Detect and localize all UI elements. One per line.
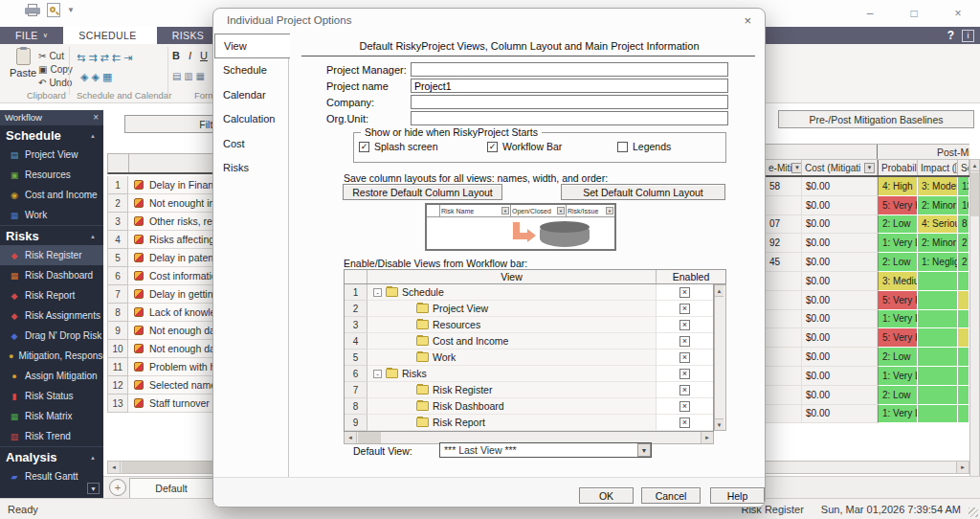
dialog-nav-item[interactable]: Schedule bbox=[214, 58, 289, 83]
copy-button[interactable]: ▣ Copy bbox=[38, 64, 73, 75]
cost-mitigation-cell[interactable]: $0.00 bbox=[802, 234, 878, 253]
format-list-icons[interactable]: ▤ ▥ ▦ bbox=[172, 71, 205, 81]
column-header-cost-mitigation[interactable]: Cost (Mitigati bbox=[802, 160, 878, 175]
cost-mitigation-cell[interactable]: $0.00 bbox=[802, 177, 878, 196]
view-tree-cell[interactable]: - Project View bbox=[368, 301, 657, 317]
help-icon[interactable]: ? bbox=[947, 29, 954, 42]
view-row[interactable]: 7 - Risk Register bbox=[345, 382, 713, 398]
row-number[interactable]: 5 bbox=[107, 249, 128, 267]
impact-cell[interactable] bbox=[918, 386, 958, 405]
resize-grip[interactable] bbox=[969, 508, 978, 517]
sidebar-item[interactable]: ▥ Risk Trend bbox=[0, 426, 103, 446]
filter-dropdown-icon[interactable] bbox=[864, 163, 875, 173]
premitigation-cell[interactable]: 45 bbox=[766, 253, 802, 272]
view-row[interactable]: 8 - Risk Dashboard bbox=[345, 398, 713, 415]
field-input[interactable] bbox=[411, 79, 728, 93]
premitigation-cell[interactable]: 92 bbox=[766, 234, 802, 253]
checked-box-icon[interactable] bbox=[679, 287, 690, 298]
dialog-nav-item[interactable]: Calendar bbox=[214, 82, 289, 107]
view-row[interactable]: 3 - Resources bbox=[345, 317, 713, 333]
default-view-select[interactable]: *** Last View *** bbox=[439, 442, 652, 458]
probability-cell[interactable]: 2: Low bbox=[878, 253, 918, 272]
checked-box-icon[interactable] bbox=[679, 320, 690, 330]
row-number[interactable]: 11 bbox=[107, 358, 128, 376]
row-number[interactable]: 8 bbox=[107, 304, 128, 322]
enabled-cell[interactable] bbox=[657, 317, 713, 333]
scroll-right-icon[interactable]: ► bbox=[956, 462, 969, 473]
row-number[interactable]: 13 bbox=[107, 395, 128, 413]
table-row[interactable]: $0.00 5: Very High bbox=[766, 291, 969, 310]
checkbox[interactable] bbox=[617, 142, 628, 152]
score-cell[interactable] bbox=[958, 328, 969, 348]
table-row[interactable]: 07 $0.00 2: Low 4: Serious 8 bbox=[766, 215, 969, 235]
cost-mitigation-cell[interactable]: $0.00 bbox=[802, 310, 878, 329]
checkbox[interactable] bbox=[487, 142, 498, 152]
enabled-cell[interactable] bbox=[657, 415, 713, 431]
add-tab-button[interactable]: + bbox=[109, 479, 126, 496]
sidebar-item[interactable]: ◆ Risk Register bbox=[0, 245, 103, 265]
score-cell[interactable]: 2 bbox=[958, 253, 969, 272]
cost-mitigation-cell[interactable]: $0.00 bbox=[802, 386, 878, 405]
probability-cell[interactable]: 5: Very High bbox=[878, 328, 918, 348]
close-panel-icon[interactable]: × bbox=[93, 112, 99, 123]
premitigation-cell[interactable] bbox=[766, 386, 802, 405]
impact-cell[interactable] bbox=[918, 310, 958, 329]
enabled-cell[interactable] bbox=[657, 366, 713, 382]
sidebar-item[interactable]: ▦ Work bbox=[0, 205, 103, 225]
impact-cell[interactable]: 1: Negligible bbox=[918, 253, 958, 272]
view-tree-cell[interactable]: - Schedule bbox=[368, 284, 657, 301]
cost-mitigation-cell[interactable]: $0.00 bbox=[802, 328, 878, 348]
view-row[interactable]: 2 - Project View bbox=[345, 301, 713, 317]
cost-mitigation-cell[interactable]: $0.00 bbox=[802, 348, 878, 367]
prepost-mitigation-baselines-button[interactable]: Pre-/Post Mitigation Baselines bbox=[778, 110, 974, 128]
checkbox[interactable] bbox=[359, 142, 369, 152]
schedule-link-icons[interactable]: ⇆ ⇉ ⇄ ⇇ ⇥ bbox=[77, 52, 132, 64]
table-row[interactable]: $0.00 2: Low bbox=[766, 348, 969, 367]
cost-mitigation-cell[interactable]: $0.00 bbox=[802, 291, 878, 310]
probability-cell[interactable]: 1: Very Low bbox=[878, 367, 918, 386]
checkbox-option[interactable]: Legends bbox=[617, 141, 671, 152]
score-cell[interactable]: 12 bbox=[958, 177, 969, 196]
impact-cell[interactable] bbox=[918, 405, 958, 424]
premitigation-cell[interactable]: 58 bbox=[766, 177, 802, 196]
score-cell[interactable] bbox=[958, 367, 969, 386]
views-vertical-scrollbar[interactable]: ▲ ▼ bbox=[714, 284, 726, 431]
quick-access-dropdown-icon[interactable]: ▼ bbox=[67, 6, 75, 14]
row-number[interactable]: 12 bbox=[107, 376, 128, 395]
table-row[interactable]: 92 $0.00 1: Very Low 2: Minor 2 bbox=[766, 234, 969, 253]
score-cell[interactable] bbox=[958, 386, 969, 405]
premitigation-cell[interactable] bbox=[766, 348, 802, 367]
row-number[interactable]: 7 bbox=[107, 285, 128, 304]
probability-cell[interactable]: 5: Very High bbox=[878, 196, 918, 215]
impact-cell[interactable]: 3: Moderate bbox=[918, 177, 958, 196]
sidebar-expand-icon[interactable]: ▼ bbox=[87, 483, 100, 494]
scrollbar-thumb[interactable] bbox=[970, 172, 979, 216]
impact-cell[interactable]: 2: Minor bbox=[918, 196, 958, 215]
sidebar-item[interactable]: ▦ Risk Matrix bbox=[0, 406, 103, 426]
probability-cell[interactable]: 2: Low bbox=[878, 348, 918, 367]
set-default-column-layout-button[interactable]: Set Default Column Layout bbox=[561, 184, 725, 200]
score-cell[interactable]: 10 bbox=[958, 196, 969, 215]
print-preview-icon[interactable] bbox=[47, 3, 60, 17]
cost-mitigation-cell[interactable]: $0.00 bbox=[802, 367, 878, 386]
enabled-cell[interactable] bbox=[657, 301, 713, 317]
probability-cell[interactable]: 5: Very High bbox=[878, 291, 918, 310]
sidebar-item[interactable]: ◉ Cost and Income bbox=[0, 185, 103, 205]
column-header-probability[interactable]: Probabil bbox=[878, 160, 918, 175]
score-cell[interactable]: 2 bbox=[958, 234, 969, 253]
cost-mitigation-cell[interactable]: $0.00 bbox=[802, 196, 878, 215]
checkbox-option[interactable]: Splash screen bbox=[359, 141, 487, 152]
view-row[interactable]: 1 - Schedule bbox=[345, 284, 713, 301]
scroll-right-icon[interactable]: ► bbox=[701, 432, 713, 443]
scroll-up-icon[interactable]: ▲ bbox=[715, 285, 724, 297]
help-button[interactable]: Help bbox=[710, 487, 765, 504]
view-tree-cell[interactable]: - Resources bbox=[368, 317, 657, 333]
scroll-left-icon[interactable]: ◄ bbox=[345, 432, 357, 443]
checked-box-icon[interactable] bbox=[679, 369, 690, 379]
enabled-cell[interactable] bbox=[657, 284, 713, 301]
expander-icon[interactable]: - bbox=[373, 370, 382, 378]
checked-box-icon[interactable] bbox=[679, 417, 690, 428]
view-row[interactable]: 9 - Risk Report bbox=[345, 415, 713, 431]
view-tree-cell[interactable]: - Risk Dashboard bbox=[368, 398, 657, 415]
underline-button[interactable]: U bbox=[200, 50, 208, 61]
